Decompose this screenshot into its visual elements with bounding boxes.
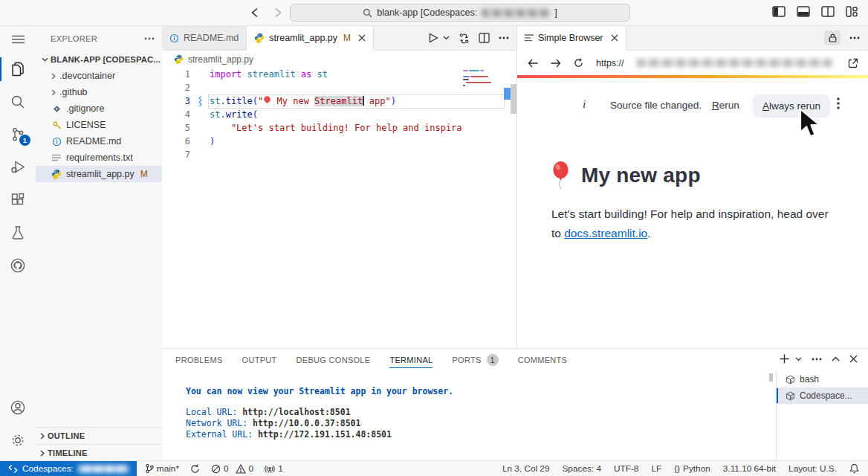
new-terminal-icon[interactable] <box>780 354 789 364</box>
encoding[interactable]: UTF-8 <box>614 463 638 474</box>
modified-badge: M <box>140 169 148 179</box>
redacted-url[interactable] <box>637 59 832 67</box>
breadcrumb[interactable]: streamlit_app.py <box>162 51 516 68</box>
tab-readme[interactable]: README.md <box>162 26 247 50</box>
tree-item-gitignore[interactable]: .gitignore <box>36 100 162 117</box>
indentation[interactable]: Spaces: 4 <box>563 463 601 474</box>
cursor-position[interactable]: Ln 3, Col 29 <box>502 463 550 474</box>
bottom-panel: PROBLEMS OUTPUT DEBUG CONSOLE TERMINAL P… <box>162 348 868 462</box>
history-forward-icon[interactable] <box>271 7 283 18</box>
notifications-bell-icon[interactable] <box>849 463 859 474</box>
explorer-sidebar: EXPLORER BLANK-APP [CODESPAC... .devcont… <box>36 26 163 461</box>
tab-output[interactable]: OUTPUT <box>242 349 277 371</box>
tree-item-github[interactable]: .github <box>36 84 162 100</box>
streamlit-menu-icon[interactable] <box>837 97 840 109</box>
body-text: Let's start building! For help and inspi… <box>551 208 829 220</box>
accounts-icon[interactable] <box>0 391 36 424</box>
reload-icon[interactable] <box>574 58 583 68</box>
sidebar-item-source-control[interactable]: 1 <box>0 118 36 151</box>
more-actions-icon[interactable] <box>849 36 860 39</box>
section-outline[interactable]: OUTLINE <box>36 427 162 444</box>
sidebar-title: EXPLORER <box>51 34 97 43</box>
open-external-icon[interactable] <box>848 58 858 68</box>
tree-item-license[interactable]: LICENSE <box>36 117 162 133</box>
command-center-bracket: ] <box>554 7 557 18</box>
terminal-line: Local URL: http://localhost:8501 <box>186 407 777 418</box>
toggle-panel-icon[interactable] <box>797 6 810 17</box>
minimap[interactable] <box>461 68 505 135</box>
editor-tab-bar: README.md streamlit_app.py M <box>162 26 516 51</box>
sidebar-item-extensions[interactable] <box>0 184 36 216</box>
sidebar-item-github[interactable] <box>0 249 36 282</box>
sidebar-item-explorer[interactable] <box>0 53 36 86</box>
sync-button[interactable] <box>190 464 200 474</box>
terminal-item-codespace[interactable]: Codespace... <box>777 387 868 404</box>
forwarded-ports-indicator[interactable]: 1 <box>265 463 283 474</box>
tree-item-requirements[interactable]: requirements.txt <box>36 149 162 166</box>
braces-icon: {} <box>674 463 680 474</box>
python-interpreter[interactable]: 3.11.10 64-bit <box>723 463 776 474</box>
code-token: app" <box>364 96 391 106</box>
sidebar-item-search[interactable] <box>0 86 36 118</box>
code-token: st <box>210 109 220 120</box>
info-icon: i <box>583 98 586 111</box>
customize-layout-icon[interactable] <box>846 6 858 17</box>
redacted-codespace-name <box>78 465 129 473</box>
open-changes-icon[interactable] <box>459 33 470 44</box>
menu-icon[interactable] <box>0 26 36 53</box>
forward-icon[interactable] <box>551 59 561 68</box>
command-center[interactable]: blank-app [Codespaces: ] <box>290 4 630 22</box>
back-icon[interactable] <box>528 59 538 68</box>
run-python-file-icon[interactable] <box>429 33 438 43</box>
maximize-panel-icon[interactable] <box>832 356 840 361</box>
sidebar-item-testing[interactable] <box>0 216 36 249</box>
panel-more-actions-icon[interactable] <box>812 358 822 361</box>
close-panel-icon[interactable] <box>849 355 858 363</box>
tree-root[interactable]: BLANK-APP [CODESPAC... <box>36 51 162 68</box>
split-editor-icon[interactable] <box>479 33 490 43</box>
more-actions-icon[interactable] <box>499 36 509 39</box>
toggle-sidebar-icon[interactable] <box>772 6 786 17</box>
lock-toggle[interactable] <box>824 30 841 45</box>
history-back-icon[interactable] <box>250 7 262 18</box>
terminal-cube-icon <box>786 375 795 385</box>
chevron-right-icon <box>48 73 59 80</box>
run-dropdown-chevron-icon[interactable] <box>443 36 450 40</box>
code-editor[interactable]: 1import streamlit as st 2 3st.title(" My… <box>162 68 516 348</box>
tab-comments[interactable]: COMMENTS <box>518 349 568 371</box>
close-icon[interactable] <box>611 34 618 42</box>
problems-indicator[interactable]: 0 0 <box>211 463 253 474</box>
terminal-output[interactable]: You can now view your Streamlit app in y… <box>162 371 777 462</box>
tree-item-streamlit-app[interactable]: streamlit_app.py M <box>36 166 162 182</box>
settings-gear-icon[interactable] <box>0 424 36 457</box>
search-icon <box>363 8 372 18</box>
section-timeline[interactable]: TIMELINE <box>36 444 162 461</box>
keyboard-layout[interactable]: Layout: U.S. <box>788 463 837 474</box>
tab-streamlit-app[interactable]: streamlit_app.py M <box>247 26 374 51</box>
rerun-button[interactable]: Rerun <box>712 100 739 111</box>
sidebar-item-run-debug[interactable] <box>0 151 36 184</box>
code-token: "Let's start building! For help and insp… <box>210 123 462 133</box>
editor-scrollbar[interactable] <box>511 84 516 114</box>
code-token: ) <box>210 136 215 147</box>
tree-item-devcontainer[interactable]: .devcontainer <box>36 68 162 84</box>
terminal-dropdown-icon[interactable] <box>795 357 802 361</box>
split-layout-icon[interactable] <box>821 6 835 17</box>
remote-indicator[interactable]: Codespaces: <box>0 461 137 476</box>
close-icon[interactable] <box>358 34 366 42</box>
docs-link[interactable]: docs.streamlit.io <box>564 227 647 239</box>
python-file-icon <box>51 168 62 180</box>
tree-item-readme[interactable]: README.md <box>36 133 162 149</box>
tab-terminal[interactable]: TERMINAL <box>389 349 433 371</box>
branch-indicator[interactable]: main* <box>145 463 179 474</box>
terminal-item-bash[interactable]: bash <box>777 371 868 387</box>
language-mode[interactable]: {} Python <box>674 463 710 474</box>
tab-problems[interactable]: PROBLEMS <box>175 349 223 371</box>
tab-debug-console[interactable]: DEBUG CONSOLE <box>297 349 371 371</box>
eol-sequence[interactable]: LF <box>651 463 661 474</box>
url-protocol[interactable]: https:// <box>596 58 624 68</box>
tab-ports[interactable]: PORTS1 <box>452 349 498 371</box>
tab-simple-browser[interactable]: Simple Browser <box>517 26 626 51</box>
tree-item-label: requirements.txt <box>66 152 133 163</box>
explorer-more-actions-icon[interactable] <box>144 37 155 40</box>
